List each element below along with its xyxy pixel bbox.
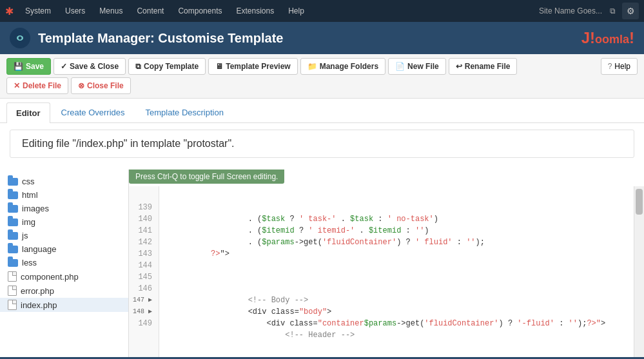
rename-icon: ↩ bbox=[456, 62, 462, 71]
save-icon: 💾 bbox=[14, 62, 23, 71]
file-icon bbox=[8, 271, 17, 282]
eye-icon bbox=[10, 28, 30, 48]
svg-point-2 bbox=[19, 37, 22, 40]
delete-file-button[interactable]: ✕ Delete File bbox=[6, 77, 68, 94]
nav-menus[interactable]: Menus bbox=[93, 4, 129, 18]
tree-file-error[interactable]: error.php bbox=[0, 284, 128, 298]
folder-icon bbox=[8, 178, 18, 186]
code-line-145 bbox=[159, 271, 634, 283]
toolbar: 💾 Save ✓ Save & Close ⧉ Copy Template 🖥 … bbox=[0, 54, 644, 99]
help-button[interactable]: ? Help bbox=[601, 58, 638, 75]
code-line-144 bbox=[159, 260, 634, 271]
delete-icon: ✕ bbox=[14, 81, 20, 90]
tree-file-index[interactable]: index.php bbox=[0, 298, 128, 312]
page-title: Template Manager: Customise Template bbox=[38, 31, 581, 46]
tab-create-overrides[interactable]: Create Overrides bbox=[52, 102, 135, 122]
joomla-brand-icon: ✱ bbox=[5, 5, 14, 17]
folder-icon bbox=[8, 205, 18, 213]
tree-folder-html[interactable]: html bbox=[0, 188, 128, 202]
folder-icon: 📁 bbox=[307, 62, 317, 71]
external-link-icon: ⧉ bbox=[610, 6, 616, 15]
header-bar: Template Manager: Customise Template J!o… bbox=[0, 22, 644, 54]
toolbar-row-1: 💾 Save ✓ Save & Close ⧉ Copy Template 🖥 … bbox=[6, 58, 638, 75]
content-area: Editing file "/index.php" in template "p… bbox=[0, 123, 644, 170]
tab-template-description[interactable]: Template Description bbox=[136, 102, 233, 122]
copy-icon: ⧉ bbox=[135, 62, 141, 71]
line-numbers: 139 140 141 142 143 144 145 146 147 ▶ 14… bbox=[129, 186, 159, 357]
nav-content[interactable]: Content bbox=[130, 4, 170, 18]
save-button[interactable]: 💾 Save bbox=[6, 58, 51, 75]
tree-folder-images[interactable]: images bbox=[0, 202, 128, 215]
code-line-139: . ($task ? ' task-' . $task : ' no-task'… bbox=[159, 202, 634, 213]
save-close-button[interactable]: ✓ Save & Close bbox=[54, 58, 126, 75]
folder-icon bbox=[8, 259, 18, 267]
tree-folder-js[interactable]: js bbox=[0, 229, 128, 242]
manage-folders-button[interactable]: 📁 Manage Folders bbox=[300, 58, 385, 75]
close-file-button[interactable]: ⊗ Close File bbox=[71, 77, 131, 94]
tree-file-component[interactable]: component.php bbox=[0, 269, 128, 284]
nav-system[interactable]: System bbox=[19, 4, 57, 18]
new-file-button[interactable]: 📄 New File bbox=[388, 58, 446, 75]
main-layout: css html images img js language less co bbox=[0, 170, 644, 357]
nav-users[interactable]: Users bbox=[59, 4, 92, 18]
folder-icon bbox=[8, 232, 18, 240]
file-icon bbox=[8, 286, 17, 296]
preview-icon: 🖥 bbox=[215, 62, 223, 71]
code-line-143 bbox=[159, 248, 634, 260]
tab-editor[interactable]: Editor bbox=[6, 102, 50, 123]
tree-folder-css[interactable]: css bbox=[0, 175, 128, 188]
tabs-bar: Editor Create Overrides Template Descrip… bbox=[0, 99, 644, 123]
tooltip-bar: Press Ctrl-Q to toggle Full Screen editi… bbox=[129, 170, 284, 184]
folder-icon bbox=[8, 246, 18, 253]
editing-info: Editing file "/index.php" in template "p… bbox=[10, 130, 634, 158]
close-icon: ⊗ bbox=[78, 81, 84, 90]
toolbar-row-2: ✕ Delete File ⊗ Close File bbox=[6, 77, 638, 94]
nav-components[interactable]: Components bbox=[171, 4, 228, 18]
joomla-logo: J!oomla! bbox=[581, 29, 634, 47]
rename-file-button[interactable]: ↩ Rename File bbox=[449, 58, 518, 75]
folder-icon bbox=[8, 191, 18, 199]
file-tree: css html images img js language less co bbox=[0, 170, 129, 357]
scrollbar-vertical[interactable] bbox=[634, 186, 644, 357]
folder-icon bbox=[8, 218, 18, 226]
check-icon: ✓ bbox=[61, 62, 67, 71]
tree-folder-language[interactable]: language bbox=[0, 242, 128, 256]
code-editor[interactable]: 139 140 141 142 143 144 145 146 147 ▶ 14… bbox=[129, 186, 644, 357]
code-area: Press Ctrl-Q to toggle Full Screen editi… bbox=[129, 170, 644, 357]
nav-extensions[interactable]: Extensions bbox=[229, 4, 280, 18]
copy-template-button[interactable]: ⧉ Copy Template bbox=[128, 58, 206, 75]
scrollbar-thumb[interactable] bbox=[636, 189, 643, 215]
help-icon: ? bbox=[608, 62, 612, 71]
nav-help[interactable]: Help bbox=[282, 4, 311, 18]
tree-folder-less[interactable]: less bbox=[0, 256, 128, 269]
new-file-icon: 📄 bbox=[395, 62, 405, 71]
top-navigation: ✱ System Users Menus Content Components … bbox=[0, 0, 644, 22]
tree-folder-img[interactable]: img bbox=[0, 215, 128, 229]
code-line-146: <!-- Body --> bbox=[159, 283, 634, 295]
site-name: Site Name Goes... bbox=[539, 6, 602, 15]
gear-icon[interactable]: ⚙ bbox=[622, 3, 639, 19]
template-preview-button[interactable]: 🖥 Template Preview bbox=[208, 58, 298, 75]
code-content[interactable]: . ($task ? ' task-' . $task : ' no-task'… bbox=[159, 186, 634, 357]
file-icon bbox=[8, 300, 17, 310]
